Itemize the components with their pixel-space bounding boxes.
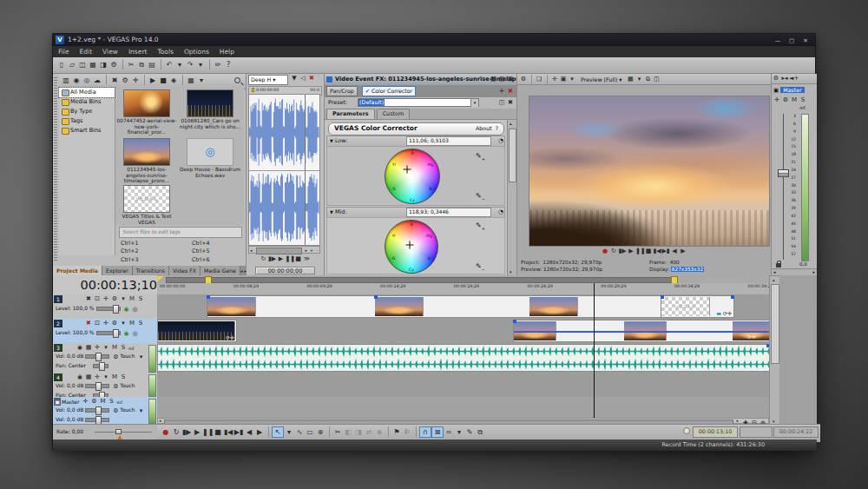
auto-preview-icon[interactable]: ◈ (168, 75, 179, 86)
tab-parameters[interactable]: Parameters (326, 109, 375, 119)
play-icon[interactable]: ▶ (192, 426, 202, 438)
remove-selected-plugin-icon[interactable]: ✖ (506, 87, 515, 96)
lock-fader-icon[interactable] (776, 263, 781, 268)
project-properties-icon[interactable]: ⚙ (108, 59, 119, 70)
sizing-dropdown-icon[interactable]: ▾ (568, 75, 576, 84)
tab-custom[interactable]: Custom (377, 109, 410, 119)
video-event-sunrise[interactable]: ⟳✛ (513, 320, 769, 342)
trimmer-time-display[interactable]: 00:00:00;00 (255, 267, 315, 274)
overlays-dropdown-icon[interactable]: ▾ (635, 75, 643, 84)
tab-scroll-left-icon[interactable]: ◂ (240, 268, 243, 274)
volume-value[interactable]: 0,0 dB (67, 353, 83, 359)
solo-icon[interactable]: S (119, 343, 128, 353)
level-slider[interactable] (96, 331, 121, 335)
tree-item-media-bins[interactable]: Media Bins (59, 97, 115, 107)
master-fader[interactable] (85, 418, 109, 422)
get-media-from-web-icon[interactable]: ☁ (92, 75, 102, 86)
remove-media-icon[interactable]: ✖ (307, 74, 316, 83)
redo-icon[interactable]: ↷ (185, 59, 195, 70)
scroll-up-icon[interactable]: ▴ (510, 121, 512, 126)
normal-edit-tool-icon[interactable]: ↖ (272, 426, 284, 438)
enable-snapping-icon[interactable]: ∩ (419, 426, 431, 438)
tab-transitions[interactable]: Transitions (133, 266, 169, 275)
master-fx-icon[interactable]: ✛ (81, 397, 89, 406)
tab-project-media[interactable]: Project Media (53, 266, 102, 275)
trimmer-waveform[interactable] (248, 94, 320, 246)
scroll-left-icon[interactable]: ◂ (159, 419, 161, 423)
bypass-motion-blur-icon[interactable]: ✖ (84, 294, 93, 304)
tab-media-generators[interactable]: Media Gene (201, 266, 240, 275)
preset-combo[interactable]: (Default) ▾ (358, 98, 479, 107)
play-from-start-icon[interactable]: ▮▶ (181, 426, 192, 438)
auto-ripple-icon[interactable]: ≈ (444, 426, 454, 438)
go-to-end-icon[interactable]: ▶▮ (661, 247, 670, 256)
undo-icon[interactable]: ↶ (164, 59, 174, 70)
interactive-tutorials-icon[interactable]: ✏ (213, 59, 223, 70)
preview-settings-icon[interactable]: ⚙ (519, 75, 528, 84)
open-icon[interactable]: ▱ (67, 59, 77, 70)
transfer-to-timeline-icon[interactable]: ▼ (290, 74, 299, 83)
video-output-icon[interactable]: ❏ (535, 75, 543, 84)
insert-region-icon[interactable]: ⚐ (402, 426, 412, 438)
mute-icon[interactable]: M (128, 294, 136, 304)
composite-level-envelope[interactable] (514, 331, 769, 333)
arm-for-record-icon[interactable]: ◉ (76, 373, 84, 382)
compositing-mode-icon[interactable]: ◉ (122, 329, 131, 339)
pan-crop-button[interactable]: Pan/Crop (326, 86, 358, 96)
views-icon[interactable]: ▦ (186, 75, 196, 86)
eyedropper-subtract-icon[interactable]: ✎− (476, 192, 485, 202)
pause-icon[interactable]: ❚❚ (286, 254, 294, 264)
time-ruler[interactable]: 00:00:00;0000:00:04;2900:00:09;2900:00:1… (157, 283, 769, 295)
media-item[interactable]: ◎ Deep House - Bassdrum Echoes.wav (180, 138, 240, 178)
tab-explorer[interactable]: Explorer (102, 266, 133, 275)
mid-value[interactable]: 118,93; 0,3446 (406, 208, 491, 217)
volume-slider[interactable] (85, 384, 109, 388)
selection-edit-tool-icon[interactable]: ▭ (305, 426, 315, 438)
whats-this-help-icon[interactable]: ? (223, 59, 233, 70)
track-4-row[interactable] (157, 373, 769, 398)
audio-event[interactable] (157, 344, 769, 372)
minimize-button[interactable]: — (771, 36, 785, 46)
track-header-1[interactable]: 1✖⊡✛⚙▾MS Level: 100,0 %◉◎ (53, 294, 157, 320)
mute-icon[interactable]: M (110, 343, 119, 353)
selection-handle[interactable] (513, 320, 516, 323)
record-icon[interactable]: ● (601, 247, 609, 256)
media-item[interactable]: 010681280_Cars go on night city which is… (180, 89, 240, 129)
maximize-button[interactable]: ▢ (785, 36, 799, 46)
tree-item-tags[interactable]: Tags (59, 116, 115, 126)
timeline-timecode-display[interactable]: 00:00:13;10 (53, 275, 162, 295)
play-from-start-icon[interactable]: ▮▶ (268, 254, 277, 264)
menu-help[interactable]: Help (214, 46, 240, 57)
track-motion-icon[interactable]: ⊡ (93, 319, 102, 328)
title-event[interactable]: VEGAS ▬ ⟳✛ (661, 295, 734, 318)
dock-grip[interactable] (54, 77, 57, 262)
playhead-cursor[interactable] (594, 283, 595, 418)
auto-ripple-dropdown-icon[interactable]: ▾ (454, 426, 464, 438)
extract-audio-icon[interactable]: ◎ (82, 75, 92, 86)
track-2-row[interactable]: ⟳✛ ⟳✛ (157, 319, 769, 344)
level-slider[interactable] (96, 307, 121, 311)
automation-settings-icon[interactable]: ⚙ (111, 353, 120, 362)
pause-icon[interactable]: ❚❚ (635, 247, 644, 256)
record-icon[interactable]: ● (161, 426, 171, 438)
tags-input[interactable]: Select files to edit tags (119, 227, 242, 238)
invert-phase-icon[interactable]: ▦ (84, 343, 93, 353)
mute-icon[interactable]: M (790, 96, 799, 105)
next-frame-icon[interactable]: ▶ (254, 426, 265, 438)
eyedropper-add-icon[interactable]: ✎+ (476, 152, 485, 162)
tree-item-smart-bins[interactable]: Smart Bins (59, 126, 115, 135)
track-motion-icon[interactable]: ⊡ (93, 294, 102, 304)
tree-item-by-type[interactable]: By Type (59, 107, 115, 116)
loop-region-bar[interactable] (166, 277, 675, 283)
collapse-icon[interactable]: ▼ (330, 138, 333, 143)
mute-icon[interactable]: M (98, 397, 107, 406)
automation-settings-icon[interactable]: ⚙ (89, 397, 98, 406)
chevron-down-icon[interactable]: ▾ (470, 99, 478, 107)
track-1-row[interactable]: VEGAS ▬ ⟳✛ (157, 294, 769, 320)
media-item[interactable]: 007447452-aerial-view-new-york-financial… (116, 89, 177, 135)
scroll-left-icon[interactable]: ◂ (250, 247, 253, 254)
scroll-right-icon[interactable]: ▸ (813, 269, 815, 275)
volume-value[interactable]: 0,0 dB (67, 406, 83, 413)
preview-quality-selector[interactable]: Preview (Full) ▾ (581, 76, 621, 83)
track-header-4[interactable]: 4◉▦✛▾MS Vol: 0,0 dB⚙Touch Pan: Center (53, 373, 157, 398)
